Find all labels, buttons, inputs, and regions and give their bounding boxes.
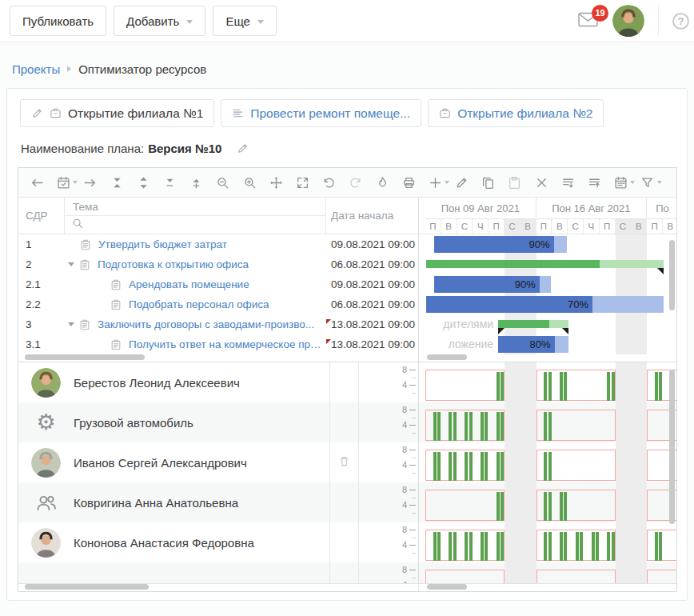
workload-bar[interactable] bbox=[564, 532, 567, 561]
workload-bar[interactable] bbox=[544, 532, 547, 561]
workload-bar[interactable] bbox=[501, 492, 504, 521]
workload-bar[interactable] bbox=[544, 452, 547, 481]
tree-collapse-icon[interactable] bbox=[68, 262, 74, 266]
workload-bar[interactable] bbox=[501, 452, 504, 481]
workload-bar[interactable] bbox=[469, 532, 473, 561]
workload-bar[interactable] bbox=[655, 532, 658, 561]
horizontal-scrollbar-thumb[interactable] bbox=[25, 584, 149, 590]
vertical-scrollbar-thumb[interactable] bbox=[669, 370, 675, 524]
timescale-day-cell[interactable]: В bbox=[520, 219, 536, 234]
help-button[interactable]: ? bbox=[672, 13, 689, 30]
workload-bar[interactable] bbox=[548, 412, 552, 441]
copy-button[interactable] bbox=[475, 170, 501, 194]
calendar-check-button[interactable] bbox=[50, 170, 77, 194]
workload-bar[interactable] bbox=[548, 452, 552, 481]
workload-bar[interactable] bbox=[501, 532, 504, 561]
horizontal-scrollbar-thumb[interactable] bbox=[427, 584, 467, 590]
timescale-week-label[interactable]: Пон 16 Авг 2021 bbox=[536, 198, 647, 219]
workload-bar[interactable] bbox=[449, 412, 452, 441]
workload-bar[interactable] bbox=[437, 452, 441, 481]
task-bar[interactable]: 80% bbox=[498, 336, 568, 353]
task-bar[interactable]: 90% bbox=[434, 236, 567, 253]
print-button[interactable] bbox=[396, 170, 422, 194]
move-down-button[interactable] bbox=[555, 170, 581, 194]
workload-bar[interactable] bbox=[497, 372, 500, 401]
workload-bar[interactable] bbox=[433, 452, 437, 481]
workload-bar[interactable] bbox=[560, 372, 563, 401]
expand-rows-button[interactable] bbox=[130, 170, 157, 194]
publish-button[interactable]: Публиковать bbox=[10, 6, 106, 36]
task-subject-link[interactable]: Подготовка к открытию офиса bbox=[98, 258, 249, 270]
workload-bar[interactable] bbox=[607, 372, 610, 401]
timescale-day-cell[interactable]: С bbox=[505, 219, 520, 234]
arrow-right-button[interactable] bbox=[77, 170, 103, 194]
workload-bar[interactable] bbox=[576, 532, 579, 561]
summary-bar[interactable] bbox=[498, 320, 568, 328]
breadcrumb-projects-link[interactable]: Проекты bbox=[12, 62, 60, 76]
workload-bar[interactable] bbox=[607, 532, 610, 561]
workload-bar[interactable] bbox=[433, 532, 437, 561]
timescale-week-label[interactable]: Пон 09 Авг 2021 bbox=[425, 198, 536, 219]
resource-row[interactable]: Кононова Анастасия Федоровна84 bbox=[18, 522, 418, 562]
timescale-day-cell[interactable]: С bbox=[568, 219, 584, 234]
timescale-day-cell[interactable]: П bbox=[536, 219, 552, 234]
zoom-out-button[interactable] bbox=[209, 170, 236, 194]
timescale-day-cell[interactable]: П bbox=[647, 219, 663, 234]
workload-bar[interactable] bbox=[544, 412, 547, 441]
horizontal-scrollbar-thumb[interactable] bbox=[427, 354, 467, 360]
workload-bar[interactable] bbox=[592, 532, 595, 561]
task-row[interactable]: 2.2Подобрать персонал офиса06.08.2021 09… bbox=[18, 294, 418, 314]
timescale-day-cell[interactable]: С bbox=[616, 219, 632, 234]
workload-bar[interactable] bbox=[485, 532, 488, 561]
workload-bar[interactable] bbox=[501, 372, 504, 401]
task-subject-link[interactable]: Подобрать персонал офиса bbox=[129, 298, 269, 310]
edit-button[interactable] bbox=[449, 170, 475, 194]
column-header-subject[interactable]: Тема bbox=[65, 198, 325, 215]
add-button[interactable] bbox=[422, 170, 449, 194]
timescale-day-cell[interactable]: В bbox=[552, 219, 568, 234]
timescale-day-cell[interactable]: П bbox=[489, 219, 505, 234]
trash-icon[interactable] bbox=[338, 455, 350, 470]
workload-bar[interactable] bbox=[564, 492, 567, 521]
column-header-start-date[interactable]: Дата начала bbox=[326, 198, 418, 234]
task-row[interactable]: 2Подготовка к открытию офиса06.08.2021 0… bbox=[18, 254, 418, 274]
task-subject-link[interactable]: Арендовать помещение bbox=[129, 278, 249, 290]
workload-bar[interactable] bbox=[485, 412, 488, 441]
collapse-all-button[interactable] bbox=[157, 170, 183, 194]
workload-bar[interactable] bbox=[453, 532, 457, 561]
timescale-day-cell[interactable]: П bbox=[425, 219, 441, 234]
task-subject-link[interactable]: Утвердить бюджет затрат bbox=[98, 238, 227, 250]
horizontal-scrollbar-thumb[interactable] bbox=[25, 354, 145, 360]
redo-button[interactable] bbox=[342, 170, 369, 194]
workload-bar[interactable] bbox=[453, 452, 457, 481]
timescale-day-cell[interactable]: П bbox=[600, 219, 616, 234]
zoom-in-button[interactable] bbox=[237, 170, 263, 194]
timescale-day-cell[interactable]: В bbox=[631, 219, 647, 234]
subject-search-input[interactable] bbox=[88, 218, 325, 232]
task-bar[interactable]: 90% bbox=[434, 276, 552, 293]
timescale-day-cell[interactable]: С bbox=[457, 219, 473, 234]
workload-bar[interactable] bbox=[544, 372, 547, 401]
edit-plan-name-icon[interactable] bbox=[237, 142, 249, 154]
plan-tab[interactable]: Открытие филиала №2 bbox=[428, 99, 604, 127]
tree-collapse-icon[interactable] bbox=[68, 322, 74, 326]
timescale-day-cell[interactable]: В bbox=[663, 219, 676, 234]
paste-button[interactable] bbox=[501, 170, 528, 194]
task-row[interactable]: 3.1Получить ответ на коммерческое пред..… bbox=[18, 334, 418, 354]
workload-bar[interactable] bbox=[596, 532, 599, 561]
workload-bar[interactable] bbox=[465, 532, 468, 561]
add-button[interactable]: Добавить bbox=[114, 6, 205, 36]
plan-tab[interactable]: Провести ремонт помеще... bbox=[221, 99, 421, 127]
notifications-button[interactable]: 19 bbox=[578, 12, 598, 30]
workload-bar[interactable] bbox=[453, 412, 457, 441]
workload-bar[interactable] bbox=[560, 532, 563, 561]
timescale-day-cell[interactable]: В bbox=[441, 219, 457, 234]
workload-bar[interactable] bbox=[659, 372, 662, 401]
move-up-button[interactable] bbox=[581, 170, 608, 194]
workload-bar[interactable] bbox=[612, 532, 615, 561]
workload-bar[interactable] bbox=[433, 412, 437, 441]
workload-bar[interactable] bbox=[497, 532, 500, 561]
resource-row[interactable]: Ковригина Анна Анатольевна84 bbox=[18, 482, 418, 522]
workload-bar[interactable] bbox=[548, 532, 552, 561]
resource-row[interactable]: Иванов Сергей Александрович84 bbox=[18, 442, 418, 482]
